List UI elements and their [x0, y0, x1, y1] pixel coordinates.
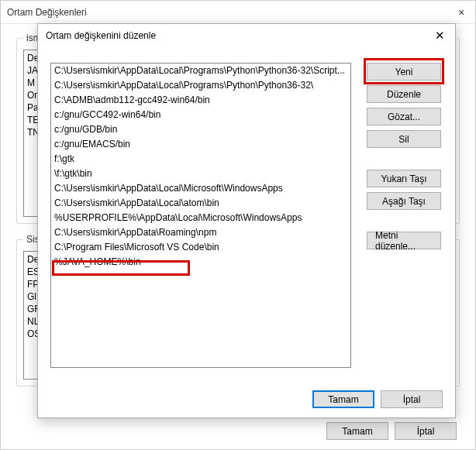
- list-item[interactable]: C:\ADMB\admb112-gcc492-win64/bin: [51, 93, 350, 108]
- edit-text-button[interactable]: Metni düzenle...: [367, 232, 441, 249]
- path-entries-list[interactable]: C:\Users\ismkir\AppData\Local\Programs\P…: [50, 63, 351, 368]
- move-down-button[interactable]: Aşağı Taşı: [367, 192, 441, 210]
- side-buttons: Yeni Düzenle Gözat... Sil Yukarı Taşı Aş…: [367, 63, 441, 249]
- close-icon[interactable]: ✕: [432, 29, 447, 43]
- ok-button[interactable]: Tamam: [312, 390, 374, 408]
- move-up-button[interactable]: Yukarı Taşı: [367, 170, 441, 187]
- list-item[interactable]: c:/gnu/EMACS/bin: [51, 137, 350, 152]
- list-item[interactable]: C:\Users\ismkir\AppData\Roaming\npm: [51, 225, 350, 240]
- dialog-buttons: Tamam İptal: [312, 390, 443, 408]
- list-item[interactable]: C:\Users\ismkir\AppData\Local\atom\bin: [51, 196, 350, 211]
- browse-button[interactable]: Gözat...: [367, 108, 441, 125]
- list-item[interactable]: C:\Program Files\Microsoft VS Code\bin: [51, 240, 350, 255]
- titlebar: Ortam değişkenini düzenle ✕: [38, 24, 455, 47]
- edit-button[interactable]: Düzenle: [367, 85, 441, 103]
- list-item[interactable]: %JAVA_HOME%\bin: [51, 255, 350, 270]
- list-item[interactable]: C:\Users\ismkir\AppData\Local\Programs\P…: [51, 64, 350, 78]
- list-item[interactable]: c:/gnu/GDB/bin: [51, 122, 350, 137]
- list-item[interactable]: c:/gnu/GCC492-win64/bin: [51, 108, 350, 122]
- dialog-title: Ortam değişkenini düzenle: [46, 30, 156, 41]
- window-title: Ortam Değişkenleri: [7, 7, 87, 18]
- cancel-button[interactable]: İptal: [395, 422, 457, 440]
- list-item[interactable]: %USERPROFILE%\AppData\Local\Microsoft\Wi…: [51, 211, 350, 225]
- dialog-body: C:\Users\ismkir\AppData\Local\Programs\P…: [38, 47, 455, 419]
- ok-button[interactable]: Tamam: [326, 422, 388, 440]
- new-button[interactable]: Yeni: [367, 63, 441, 81]
- list-item[interactable]: C:\Users\ismkir\AppData\Local\Microsoft\…: [51, 181, 350, 196]
- list-item[interactable]: \f:\gtk\bin: [51, 167, 350, 181]
- edit-env-var-dialog: Ortam değişkenini düzenle ✕ C:\Users\ism…: [37, 23, 456, 418]
- dialog-buttons: Tamam İptal: [326, 422, 457, 440]
- titlebar: Ortam Değişkenleri ×: [1, 1, 475, 24]
- close-icon[interactable]: ×: [454, 6, 469, 19]
- delete-button[interactable]: Sil: [367, 130, 441, 148]
- list-item[interactable]: f:\gtk: [51, 152, 350, 167]
- list-item[interactable]: C:\Users\ismkir\AppData\Local\Programs\P…: [51, 78, 350, 93]
- cancel-button[interactable]: İptal: [381, 390, 443, 408]
